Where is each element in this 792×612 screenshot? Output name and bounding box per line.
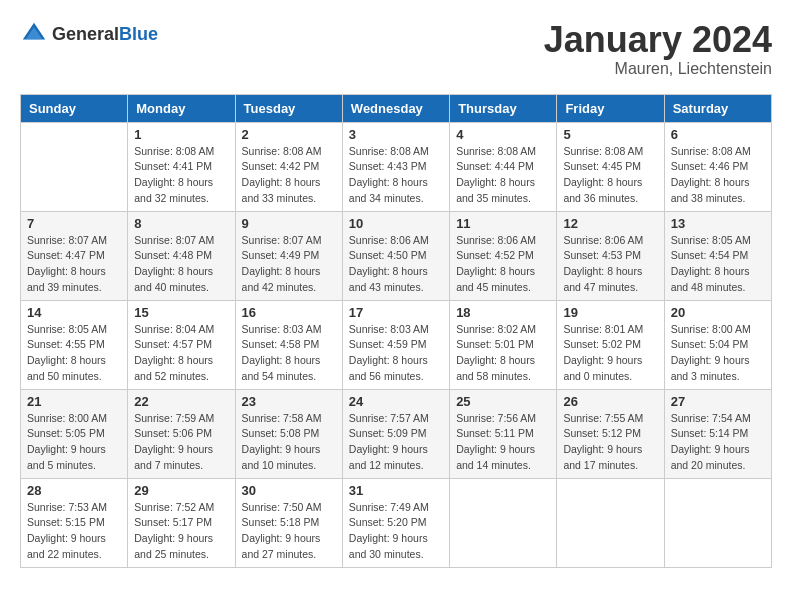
- calendar-body: 1Sunrise: 8:08 AMSunset: 4:41 PMDaylight…: [21, 122, 772, 567]
- day-info: Sunrise: 8:06 AMSunset: 4:53 PMDaylight:…: [563, 233, 657, 296]
- day-info: Sunrise: 8:08 AMSunset: 4:41 PMDaylight:…: [134, 144, 228, 207]
- calendar-week-row: 14Sunrise: 8:05 AMSunset: 4:55 PMDayligh…: [21, 300, 772, 389]
- day-number: 29: [134, 483, 228, 498]
- weekday-header-cell: Thursday: [450, 94, 557, 122]
- calendar-cell: [21, 122, 128, 211]
- calendar-week-row: 7Sunrise: 8:07 AMSunset: 4:47 PMDaylight…: [21, 211, 772, 300]
- day-number: 13: [671, 216, 765, 231]
- day-info: Sunrise: 8:07 AMSunset: 4:49 PMDaylight:…: [242, 233, 336, 296]
- day-number: 3: [349, 127, 443, 142]
- calendar-cell: 6Sunrise: 8:08 AMSunset: 4:46 PMDaylight…: [664, 122, 771, 211]
- calendar-cell: 27Sunrise: 7:54 AMSunset: 5:14 PMDayligh…: [664, 389, 771, 478]
- calendar-cell: 8Sunrise: 8:07 AMSunset: 4:48 PMDaylight…: [128, 211, 235, 300]
- day-info: Sunrise: 7:54 AMSunset: 5:14 PMDaylight:…: [671, 411, 765, 474]
- day-number: 31: [349, 483, 443, 498]
- day-number: 25: [456, 394, 550, 409]
- day-info: Sunrise: 8:00 AMSunset: 5:04 PMDaylight:…: [671, 322, 765, 385]
- calendar-week-row: 1Sunrise: 8:08 AMSunset: 4:41 PMDaylight…: [21, 122, 772, 211]
- day-info: Sunrise: 7:50 AMSunset: 5:18 PMDaylight:…: [242, 500, 336, 563]
- calendar-cell: [450, 478, 557, 567]
- day-number: 22: [134, 394, 228, 409]
- day-number: 19: [563, 305, 657, 320]
- calendar-cell: 3Sunrise: 8:08 AMSunset: 4:43 PMDaylight…: [342, 122, 449, 211]
- day-info: Sunrise: 7:58 AMSunset: 5:08 PMDaylight:…: [242, 411, 336, 474]
- day-number: 11: [456, 216, 550, 231]
- day-info: Sunrise: 7:52 AMSunset: 5:17 PMDaylight:…: [134, 500, 228, 563]
- logo-text-blue: Blue: [119, 24, 158, 44]
- day-info: Sunrise: 7:49 AMSunset: 5:20 PMDaylight:…: [349, 500, 443, 563]
- day-info: Sunrise: 8:08 AMSunset: 4:42 PMDaylight:…: [242, 144, 336, 207]
- day-number: 8: [134, 216, 228, 231]
- calendar-cell: 10Sunrise: 8:06 AMSunset: 4:50 PMDayligh…: [342, 211, 449, 300]
- day-info: Sunrise: 8:06 AMSunset: 4:50 PMDaylight:…: [349, 233, 443, 296]
- day-info: Sunrise: 8:08 AMSunset: 4:43 PMDaylight:…: [349, 144, 443, 207]
- calendar-cell: 19Sunrise: 8:01 AMSunset: 5:02 PMDayligh…: [557, 300, 664, 389]
- month-title: January 2024: [544, 20, 772, 60]
- weekday-header-cell: Friday: [557, 94, 664, 122]
- calendar-cell: 14Sunrise: 8:05 AMSunset: 4:55 PMDayligh…: [21, 300, 128, 389]
- weekday-header-cell: Saturday: [664, 94, 771, 122]
- weekday-header-cell: Wednesday: [342, 94, 449, 122]
- logo-icon: [20, 20, 48, 48]
- weekday-header-row: SundayMondayTuesdayWednesdayThursdayFrid…: [21, 94, 772, 122]
- day-number: 5: [563, 127, 657, 142]
- day-info: Sunrise: 8:08 AMSunset: 4:46 PMDaylight:…: [671, 144, 765, 207]
- calendar-week-row: 28Sunrise: 7:53 AMSunset: 5:15 PMDayligh…: [21, 478, 772, 567]
- calendar-cell: 11Sunrise: 8:06 AMSunset: 4:52 PMDayligh…: [450, 211, 557, 300]
- calendar-cell: 25Sunrise: 7:56 AMSunset: 5:11 PMDayligh…: [450, 389, 557, 478]
- day-info: Sunrise: 7:59 AMSunset: 5:06 PMDaylight:…: [134, 411, 228, 474]
- day-number: 2: [242, 127, 336, 142]
- calendar-cell: 23Sunrise: 7:58 AMSunset: 5:08 PMDayligh…: [235, 389, 342, 478]
- day-number: 16: [242, 305, 336, 320]
- calendar-cell: 5Sunrise: 8:08 AMSunset: 4:45 PMDaylight…: [557, 122, 664, 211]
- weekday-header-cell: Sunday: [21, 94, 128, 122]
- day-info: Sunrise: 7:57 AMSunset: 5:09 PMDaylight:…: [349, 411, 443, 474]
- calendar-cell: 4Sunrise: 8:08 AMSunset: 4:44 PMDaylight…: [450, 122, 557, 211]
- day-number: 1: [134, 127, 228, 142]
- page-header: GeneralBlue January 2024 Mauren, Liechte…: [20, 20, 772, 78]
- day-number: 26: [563, 394, 657, 409]
- location-title: Mauren, Liechtenstein: [544, 60, 772, 78]
- day-number: 9: [242, 216, 336, 231]
- day-info: Sunrise: 8:07 AMSunset: 4:48 PMDaylight:…: [134, 233, 228, 296]
- day-info: Sunrise: 8:06 AMSunset: 4:52 PMDaylight:…: [456, 233, 550, 296]
- calendar-cell: 24Sunrise: 7:57 AMSunset: 5:09 PMDayligh…: [342, 389, 449, 478]
- calendar-cell: 12Sunrise: 8:06 AMSunset: 4:53 PMDayligh…: [557, 211, 664, 300]
- day-info: Sunrise: 8:01 AMSunset: 5:02 PMDaylight:…: [563, 322, 657, 385]
- calendar-cell: 1Sunrise: 8:08 AMSunset: 4:41 PMDaylight…: [128, 122, 235, 211]
- weekday-header-cell: Monday: [128, 94, 235, 122]
- calendar-cell: 15Sunrise: 8:04 AMSunset: 4:57 PMDayligh…: [128, 300, 235, 389]
- day-info: Sunrise: 7:53 AMSunset: 5:15 PMDaylight:…: [27, 500, 121, 563]
- day-number: 21: [27, 394, 121, 409]
- title-block: January 2024 Mauren, Liechtenstein: [544, 20, 772, 78]
- day-info: Sunrise: 7:56 AMSunset: 5:11 PMDaylight:…: [456, 411, 550, 474]
- day-number: 10: [349, 216, 443, 231]
- day-number: 14: [27, 305, 121, 320]
- calendar-table: SundayMondayTuesdayWednesdayThursdayFrid…: [20, 94, 772, 568]
- day-info: Sunrise: 8:04 AMSunset: 4:57 PMDaylight:…: [134, 322, 228, 385]
- calendar-cell: 26Sunrise: 7:55 AMSunset: 5:12 PMDayligh…: [557, 389, 664, 478]
- calendar-cell: 22Sunrise: 7:59 AMSunset: 5:06 PMDayligh…: [128, 389, 235, 478]
- day-info: Sunrise: 8:03 AMSunset: 4:58 PMDaylight:…: [242, 322, 336, 385]
- calendar-cell: 7Sunrise: 8:07 AMSunset: 4:47 PMDaylight…: [21, 211, 128, 300]
- weekday-header-cell: Tuesday: [235, 94, 342, 122]
- calendar-cell: 9Sunrise: 8:07 AMSunset: 4:49 PMDaylight…: [235, 211, 342, 300]
- calendar-cell: 28Sunrise: 7:53 AMSunset: 5:15 PMDayligh…: [21, 478, 128, 567]
- day-info: Sunrise: 8:03 AMSunset: 4:59 PMDaylight:…: [349, 322, 443, 385]
- day-number: 27: [671, 394, 765, 409]
- logo-text-general: General: [52, 24, 119, 44]
- calendar-cell: 30Sunrise: 7:50 AMSunset: 5:18 PMDayligh…: [235, 478, 342, 567]
- day-number: 28: [27, 483, 121, 498]
- day-info: Sunrise: 8:07 AMSunset: 4:47 PMDaylight:…: [27, 233, 121, 296]
- calendar-cell: 2Sunrise: 8:08 AMSunset: 4:42 PMDaylight…: [235, 122, 342, 211]
- day-number: 4: [456, 127, 550, 142]
- calendar-week-row: 21Sunrise: 8:00 AMSunset: 5:05 PMDayligh…: [21, 389, 772, 478]
- day-info: Sunrise: 8:02 AMSunset: 5:01 PMDaylight:…: [456, 322, 550, 385]
- day-number: 30: [242, 483, 336, 498]
- calendar-cell: 20Sunrise: 8:00 AMSunset: 5:04 PMDayligh…: [664, 300, 771, 389]
- day-info: Sunrise: 8:08 AMSunset: 4:45 PMDaylight:…: [563, 144, 657, 207]
- day-number: 23: [242, 394, 336, 409]
- day-number: 12: [563, 216, 657, 231]
- calendar-cell: 17Sunrise: 8:03 AMSunset: 4:59 PMDayligh…: [342, 300, 449, 389]
- day-info: Sunrise: 8:08 AMSunset: 4:44 PMDaylight:…: [456, 144, 550, 207]
